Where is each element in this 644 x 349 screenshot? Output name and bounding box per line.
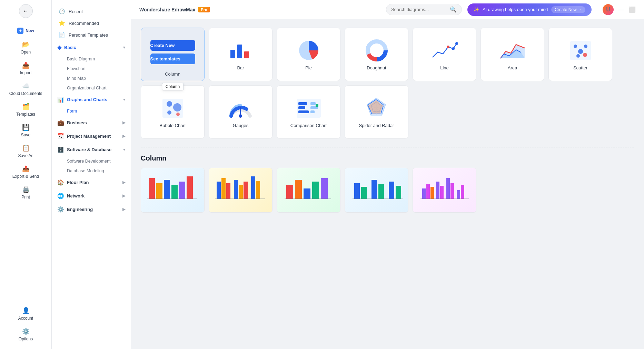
svg-point-14 (574, 45, 577, 48)
svg-rect-56 (244, 182, 248, 199)
line-chart-icon (431, 38, 458, 62)
options-icon: ⚙️ (22, 328, 30, 335)
business-cat-icon: 💼 (57, 119, 64, 126)
gauges-chart-icon (227, 96, 255, 120)
sidebar-item-print[interactable]: 🖨️ Print (0, 182, 51, 203)
comparison-chart-icon (295, 96, 323, 120)
chart-card-doughnut[interactable]: Doughnut (345, 28, 408, 81)
sidebar-sub-mind-map[interactable]: Mind Map (52, 74, 131, 83)
template-thumb-inner-1 (141, 168, 204, 212)
export-icon: 📤 (22, 165, 30, 173)
basic-cat-icon: ◆ (57, 44, 61, 51)
sidebar-item-export[interactable]: 📤 Export & Send (0, 162, 51, 182)
import-label: Import (20, 70, 31, 75)
svg-rect-0 (230, 50, 235, 58)
sidebar-recommended[interactable]: ⭐ Recommended (52, 17, 131, 29)
template-item-3[interactable] (277, 168, 340, 213)
wide-sidebar: 🕐 Recent ⭐ Recommended 📄 Personal Templa… (52, 0, 131, 349)
svg-rect-73 (422, 188, 426, 199)
chart-card-bar[interactable]: Bar (209, 28, 273, 81)
svg-rect-30 (310, 102, 316, 105)
sidebar-recent[interactable]: 🕐 Recent (52, 6, 131, 17)
narrow-nav: + New 📂 Open 📥 Import ☁️ Cloud Documents… (0, 24, 51, 203)
network-label: Network (67, 193, 85, 198)
chart-card-column[interactable]: Create New See templates Column Column (141, 28, 205, 81)
search-input[interactable] (391, 7, 447, 12)
sidebar-sub-flowchart[interactable]: Flowchart (52, 64, 131, 74)
software-cat-icon: 🗄️ (57, 146, 64, 153)
sidebar-item-cloud[interactable]: ☁️ Cloud Documents (0, 79, 51, 99)
recommended-label: Recommended (69, 21, 99, 26)
chart-card-scatter[interactable]: Scatter (548, 28, 612, 81)
print-label: Print (21, 195, 30, 200)
sidebar-item-import[interactable]: 📥 Import (0, 58, 51, 79)
sidebar-sub-org-chart[interactable]: Organizational Chart (52, 83, 131, 93)
sidebar-sub-software-dev[interactable]: Software Development (52, 156, 131, 166)
basic-chevron: ▾ (123, 45, 125, 50)
sidebar-category-project[interactable]: 📅 Project Management ▶ (52, 129, 131, 143)
chart-card-spider[interactable]: Spider and Radar (345, 85, 408, 139)
section-title: Column (141, 154, 634, 162)
sidebar-category-graphs[interactable]: 📊 Graphs and Charts ▾ (52, 93, 131, 106)
sidebar-category-software[interactable]: 🗄️ Software & Database ▾ (52, 143, 131, 156)
spider-chart-icon (363, 96, 390, 120)
project-chevron: ▶ (122, 134, 125, 138)
new-plus-icon: + (17, 28, 23, 34)
sidebar-category-floor[interactable]: 🏠 Floor Plan ▶ (52, 176, 131, 189)
ai-banner[interactable]: ✨ AI drawing helps open your mind Create… (467, 3, 592, 16)
sidebar-item-open[interactable]: 📂 Open (0, 37, 51, 58)
avatar-initials: U (606, 7, 610, 13)
saveas-icon: 📋 (22, 144, 30, 152)
sidebar-item-templates[interactable]: 🗂️ Templates (0, 99, 51, 120)
maximize-button[interactable]: ⬜ (629, 7, 636, 12)
create-new-button[interactable]: Create New (150, 40, 195, 51)
svg-rect-67 (361, 187, 367, 199)
back-button[interactable]: ← (19, 4, 33, 18)
narrow-sidebar: ← + New 📂 Open 📥 Import ☁️ Cloud Documen… (0, 0, 52, 349)
svg-point-9 (452, 47, 455, 50)
sidebar-personal-templates[interactable]: 📄 Personal Templates (52, 29, 131, 41)
user-avatar[interactable]: U (603, 4, 614, 15)
area-card-label: Area (508, 65, 517, 70)
minimize-button[interactable]: — (618, 7, 624, 12)
see-templates-button[interactable]: See templates (150, 54, 195, 64)
sidebar-category-engineering[interactable]: ⚙️ Engineering ▶ (52, 203, 131, 216)
template-item-2[interactable] (209, 168, 273, 213)
sidebar-item-new[interactable]: + New (0, 24, 51, 37)
project-label: Project Management (67, 134, 111, 139)
sidebar-item-options[interactable]: ⚙️ Options (0, 324, 51, 345)
chart-card-bubble[interactable]: Bubble Chart (141, 85, 205, 139)
svg-rect-28 (298, 106, 305, 109)
sidebar-item-account[interactable]: 👤 Account (0, 303, 51, 324)
chart-card-pie[interactable]: Pie (277, 28, 340, 81)
chart-card-comparison[interactable]: Comparison Chart (277, 85, 340, 139)
template-item-1[interactable] (141, 168, 205, 213)
svg-rect-47 (171, 185, 178, 199)
recent-icon: 🕐 (59, 8, 65, 14)
template-item-4[interactable] (345, 168, 408, 213)
bar-chart-icon (227, 38, 255, 62)
sidebar-category-basic[interactable]: ◆ Basic ▾ (52, 41, 131, 54)
sidebar-sub-basic-diagram[interactable]: Basic Diagram (52, 54, 131, 64)
chart-card-gauges[interactable]: Gauges (209, 85, 273, 139)
content-area: Create New See templates Column Column B… (131, 19, 644, 349)
comparison-card-label: Comparison Chart (290, 123, 327, 128)
chart-card-area[interactable]: Area (480, 28, 544, 81)
search-bar[interactable]: 🔍 (386, 4, 462, 15)
section-divider (141, 147, 634, 147)
sidebar-sub-db-modeling[interactable]: Database Modeling (52, 166, 131, 176)
sidebar-sub-form[interactable]: Form (52, 106, 131, 116)
svg-rect-55 (239, 185, 243, 199)
template-item-5[interactable] (413, 168, 476, 213)
project-cat-icon: 📅 (57, 133, 64, 139)
svg-rect-51 (217, 182, 221, 199)
ai-create-button[interactable]: Create Now → (551, 6, 585, 13)
sidebar-category-network[interactable]: 🌐 Network ▶ (52, 189, 131, 203)
templates-label: Templates (16, 112, 35, 117)
svg-rect-61 (295, 180, 302, 199)
sidebar-category-business[interactable]: 💼 Business ▶ (52, 116, 131, 129)
sidebar-item-save[interactable]: 💾 Save (0, 120, 51, 141)
chart-card-line[interactable]: Line (413, 28, 476, 81)
pro-badge: Pro (198, 7, 210, 12)
sidebar-item-saveas[interactable]: 📋 Save As (0, 141, 51, 162)
